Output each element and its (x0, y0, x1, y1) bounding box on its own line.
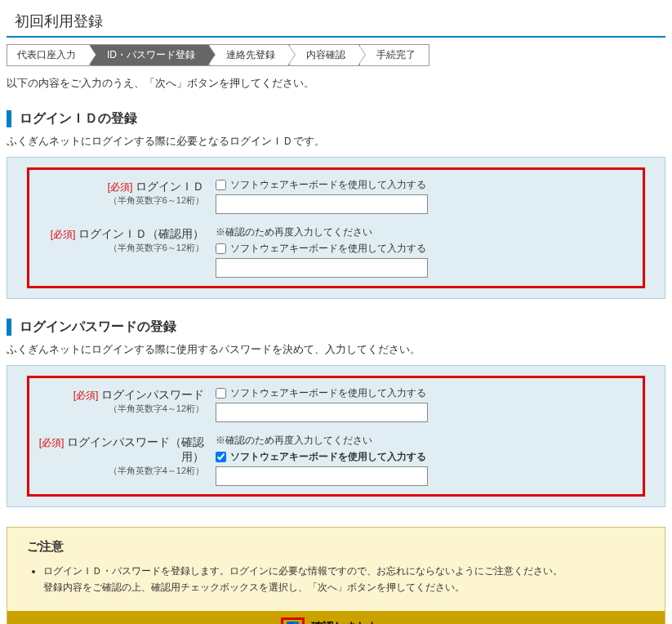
section-login-id-desc: ふくぎんネットにログインする際に必要となるログインＩＤです。 (7, 134, 665, 149)
caution-title: ご注意 (27, 539, 645, 555)
step-2: ID・パスワード登録 (90, 44, 209, 66)
login-id-confirm-sublabel: （半角英数字6～12桁） (36, 242, 204, 254)
password-input[interactable] (216, 403, 428, 422)
login-id-sublabel: （半角英数字6～12桁） (36, 194, 204, 207)
step-3: 連絡先登録 (209, 44, 289, 66)
password-panel: [必須] ログインパスワード （半角英数字4～12桁） ソフトウェアキーボードを… (7, 365, 665, 507)
login-id-confirm-input[interactable] (216, 258, 428, 278)
password-highlight: [必須] ログインパスワード （半角英数字4～12桁） ソフトウェアキーボードを… (27, 376, 645, 497)
password-confirm-row: [必須] ログインパスワード（確認用） （半角英数字4～12桁） ※確認のため再… (36, 434, 636, 486)
required-badge: [必須] (73, 390, 99, 401)
section-password-desc: ふくぎんネットにログインする際に使用するパスワードを決めて、入力してください。 (7, 342, 665, 357)
password-confirm-kb-label: ソフトウェアキーボードを使用して入力する (230, 450, 426, 464)
page-title: 初回利用登録 (7, 7, 665, 38)
login-id-confirm-row: [必須] ログインＩＤ（確認用） （半角英数字6～12桁） ※確認のため再度入力… (36, 225, 636, 278)
password-label: ログインパスワード (101, 388, 204, 401)
section-login-id-header: ログインＩＤの登録 (7, 110, 665, 127)
section-password-header: ログインパスワードの登録 (7, 319, 665, 336)
login-id-confirm-kb-checkbox[interactable] (216, 243, 226, 254)
login-id-kb-label: ソフトウェアキーボードを使用して入力する (230, 178, 426, 192)
login-id-confirm-kb-label: ソフトウェアキーボードを使用して入力する (230, 242, 426, 256)
password-kb-checkbox[interactable] (216, 388, 226, 399)
login-id-confirm-label: ログインＩＤ（確認用） (78, 227, 204, 240)
password-confirm-note: ※確認のため再度入力してください (216, 434, 636, 448)
login-id-confirm-kb-toggle[interactable]: ソフトウェアキーボードを使用して入力する (216, 242, 636, 256)
step-5: 手続完了 (359, 44, 429, 66)
password-sublabel: （半角英数字4～12桁） (36, 403, 204, 415)
confirm-bar: 確認しました。 (7, 611, 665, 624)
login-id-confirm-note: ※確認のため再度入力してください (216, 225, 636, 239)
step-4: 内容確認 (289, 44, 359, 66)
caution-panel: ご注意 ログインＩＤ・パスワードを登録します。ログインに必要な情報ですので、お忘… (7, 527, 665, 624)
required-badge: [必須] (39, 437, 65, 448)
password-row: [必須] ログインパスワード （半角英数字4～12桁） ソフトウェアキーボードを… (36, 386, 636, 422)
step-1: 代表口座入力 (7, 44, 90, 66)
password-confirm-kb-checkbox[interactable] (216, 452, 226, 462)
instruction-text: 以下の内容をご入力のうえ、「次へ」ボタンを押してください。 (7, 76, 665, 91)
login-id-kb-toggle[interactable]: ソフトウェアキーボードを使用して入力する (216, 178, 636, 192)
password-kb-toggle[interactable]: ソフトウェアキーボードを使用して入力する (216, 386, 636, 400)
password-confirm-kb-toggle[interactable]: ソフトウェアキーボードを使用して入力する (216, 450, 636, 464)
confirm-label: 確認しました。 (311, 620, 391, 624)
caution-item: ログインＩＤ・パスワードを登録します。ログインに必要な情報ですので、お忘れになら… (43, 563, 645, 596)
password-kb-label: ソフトウェアキーボードを使用して入力する (230, 386, 426, 400)
login-id-label: ログインＩＤ (136, 180, 204, 193)
password-confirm-input[interactable] (216, 466, 428, 486)
login-id-highlight: [必須] ログインＩＤ （半角英数字6～12桁） ソフトウェアキーボードを使用し… (27, 167, 645, 288)
step-indicator: 代表口座入力 ID・パスワード登録 連絡先登録 内容確認 手続完了 (7, 44, 665, 66)
confirm-check-highlight (281, 617, 305, 624)
required-badge: [必須] (51, 229, 76, 240)
password-confirm-sublabel: （半角英数字4～12桁） (36, 465, 204, 477)
login-id-kb-checkbox[interactable] (216, 180, 226, 190)
login-id-row: [必須] ログインＩＤ （半角英数字6～12桁） ソフトウェアキーボードを使用し… (36, 178, 636, 214)
login-id-panel: [必須] ログインＩＤ （半角英数字6～12桁） ソフトウェアキーボードを使用し… (7, 157, 665, 299)
login-id-input[interactable] (216, 194, 428, 214)
password-confirm-label: ログインパスワード（確認用） (67, 435, 204, 463)
required-badge: [必須] (108, 181, 133, 193)
